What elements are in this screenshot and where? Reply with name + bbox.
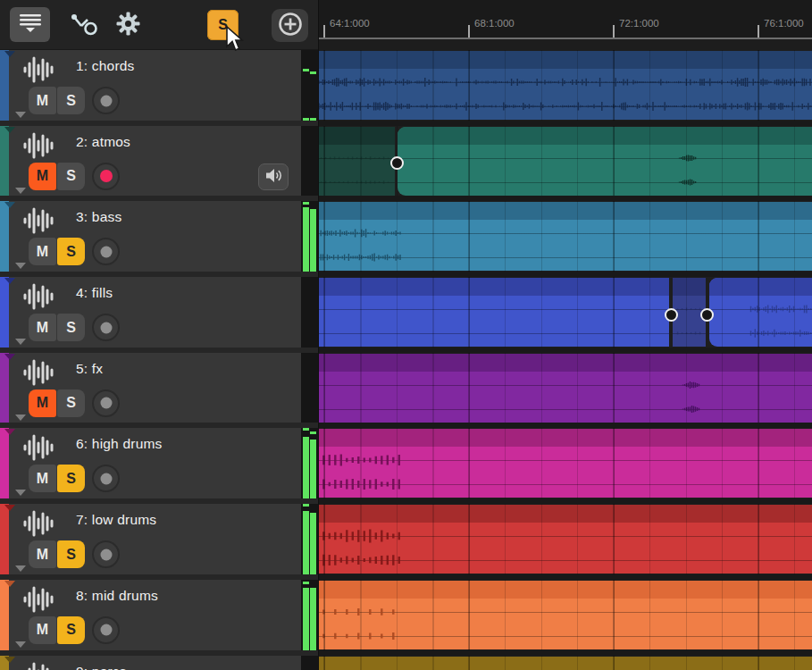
timeline-lane[interactable] [319, 353, 812, 429]
track-name[interactable]: 5: fx [76, 361, 103, 377]
track-resize-triangle-icon[interactable] [15, 490, 26, 496]
timeline-lane[interactable] [319, 580, 812, 656]
audio-track-icon [22, 508, 56, 542]
settings-button[interactable] [114, 12, 141, 38]
track-name[interactable]: 3: bass [76, 209, 121, 225]
level-meter [301, 201, 318, 272]
add-track-button[interactable] [272, 9, 308, 42]
track-resize-triangle-icon[interactable] [15, 339, 26, 345]
track-collapse-triangle-icon[interactable] [4, 127, 15, 133]
monitor-button[interactable] [258, 163, 289, 190]
audio-track-icon [22, 660, 56, 670]
ruler-tick [613, 25, 615, 38]
timeline-lane[interactable] [319, 504, 812, 580]
timeline-ruler[interactable]: 64:1:00068:1:00072:1:00076:1:000 [319, 0, 812, 39]
track-resize-triangle-icon[interactable] [15, 188, 26, 194]
solo-button[interactable]: S [57, 389, 85, 417]
track-name[interactable]: 8: mid drums [76, 588, 158, 604]
timeline-lane[interactable] [319, 277, 812, 353]
record-arm-button[interactable] [92, 540, 120, 568]
mute-button[interactable]: M [29, 465, 56, 492]
timeline-lane[interactable] [319, 201, 812, 277]
timeline-lane[interactable] [319, 656, 812, 670]
track-collapse-triangle-icon[interactable] [4, 657, 15, 663]
solo-button[interactable]: S [57, 87, 85, 114]
record-arm-button[interactable] [92, 163, 120, 190]
audio-track-icon [22, 205, 56, 239]
track-row[interactable]: 5: fx M S [0, 353, 318, 429]
audio-region[interactable] [319, 127, 395, 196]
track-resize-triangle-icon[interactable] [15, 565, 26, 572]
track-row[interactable]: 1: chords M S [0, 50, 318, 126]
routing-graph-button[interactable] [64, 9, 102, 41]
audio-region[interactable] [319, 657, 812, 670]
fade-handle[interactable] [700, 308, 714, 322]
audio-region[interactable] [319, 429, 812, 498]
track-row[interactable]: 4: fills M S [0, 277, 318, 353]
track-name[interactable]: 9: percs [76, 664, 127, 670]
track-row[interactable]: 3: bass M S [0, 201, 318, 277]
record-arm-button[interactable] [92, 616, 120, 644]
record-arm-button[interactable] [92, 314, 120, 341]
track-name[interactable]: 7: low drums [76, 512, 156, 528]
track-row[interactable]: 2: atmos M S [0, 126, 318, 202]
record-arm-button[interactable] [92, 238, 120, 265]
region-header [673, 278, 706, 296]
track-row[interactable]: 6: high drums M S [0, 428, 318, 504]
audio-region[interactable] [319, 51, 812, 120]
track-collapse-triangle-icon[interactable] [4, 429, 15, 435]
record-arm-button[interactable] [92, 465, 120, 492]
solo-button[interactable]: S [57, 314, 85, 341]
track-row[interactable]: 7: low drums M S [0, 504, 318, 580]
fade-handle[interactable] [665, 308, 678, 322]
audio-region[interactable] [398, 127, 812, 196]
audio-region[interactable] [319, 581, 812, 649]
meter-bar [303, 437, 309, 498]
audio-region[interactable] [319, 354, 812, 423]
mute-button[interactable]: M [29, 87, 56, 114]
audio-region[interactable] [319, 505, 812, 574]
mute-button[interactable]: M [29, 389, 56, 417]
track-visibility-button[interactable] [10, 7, 50, 42]
timeline-lane[interactable] [319, 126, 812, 202]
track-name[interactable]: 2: atmos [76, 134, 130, 150]
track-resize-triangle-icon[interactable] [15, 641, 26, 648]
mute-button[interactable]: M [29, 238, 56, 265]
track-row[interactable]: 9: percs M S [0, 656, 318, 670]
solo-button[interactable]: S [57, 616, 85, 644]
mute-button[interactable]: M [29, 540, 56, 568]
track-collapse-triangle-icon[interactable] [4, 278, 15, 284]
track-collapse-triangle-icon[interactable] [4, 202, 15, 208]
audio-track-icon [22, 357, 56, 391]
audio-region[interactable] [319, 278, 669, 347]
track-collapse-triangle-icon[interactable] [4, 354, 15, 360]
track-name[interactable]: 4: fills [76, 285, 113, 301]
track-row[interactable]: 8: mid drums M S [0, 580, 318, 656]
solo-button[interactable]: S [57, 238, 85, 265]
meter-peak [310, 431, 316, 434]
timeline-lane[interactable] [319, 428, 812, 504]
mute-button[interactable]: M [29, 616, 56, 644]
track-resize-triangle-icon[interactable] [15, 263, 26, 269]
timeline-lane[interactable] [319, 50, 812, 126]
mute-button[interactable]: M [29, 314, 56, 341]
track-name[interactable]: 1: chords [76, 58, 135, 74]
track-collapse-triangle-icon[interactable] [4, 51, 15, 57]
record-arm-button[interactable] [92, 389, 120, 417]
track-collapse-triangle-icon[interactable] [4, 505, 15, 511]
region-header [319, 127, 395, 145]
solo-button[interactable]: S [57, 540, 85, 568]
solo-button[interactable]: S [57, 465, 85, 492]
ruler-bar-label: 72:1:000 [619, 18, 659, 29]
track-name[interactable]: 6: high drums [76, 436, 163, 452]
solo-button[interactable]: S [57, 163, 85, 190]
audio-region[interactable] [319, 202, 812, 271]
track-resize-triangle-icon[interactable] [15, 415, 26, 421]
track-collapse-triangle-icon[interactable] [4, 581, 15, 587]
audio-region[interactable] [709, 278, 812, 347]
record-arm-button[interactable] [92, 87, 120, 114]
global-solo-button[interactable]: S [207, 10, 239, 40]
region-waveform-area [709, 296, 812, 347]
track-resize-triangle-icon[interactable] [15, 112, 26, 118]
mute-button[interactable]: M [29, 163, 56, 190]
